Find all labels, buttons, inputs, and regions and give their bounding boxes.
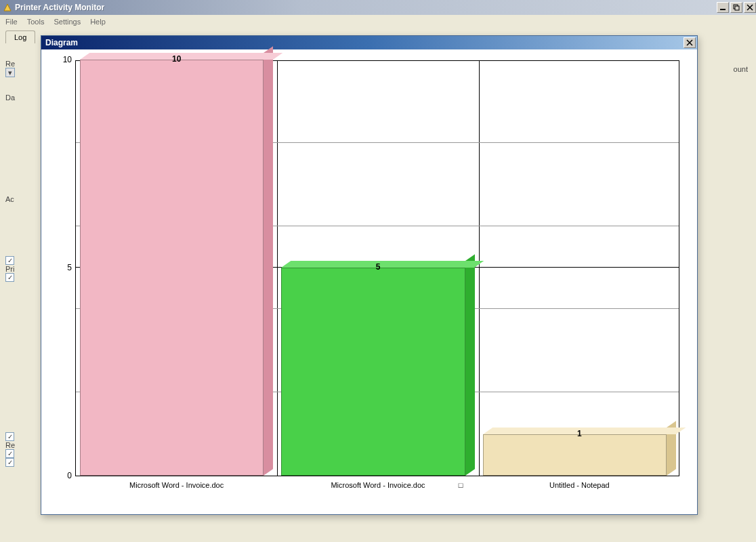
menubar: File Tools Settings Help (0, 15, 756, 28)
app-title: Printer Activity Monitor (15, 3, 104, 12)
app-titlebar: Printer Activity Monitor (0, 0, 756, 15)
maximize-button[interactable] (730, 2, 742, 13)
bg-label-right: ount (734, 65, 748, 73)
chart-bar: 5 (281, 261, 474, 476)
x-category-label: Microsoft Word - Invoice.doc (277, 476, 478, 489)
menu-file[interactable]: File (5, 18, 18, 26)
bg-label-re2: Re (5, 441, 15, 449)
chart-area: 051010Microsoft Word - Invoice.doc5Micro… (41, 49, 697, 514)
right-strip (738, 46, 751, 541)
bar-value-label: 1 (483, 429, 676, 438)
checkbox-2[interactable]: ✓ (5, 273, 14, 282)
bg-label-da: Da (5, 93, 15, 102)
chart-bar: 1 (483, 428, 676, 476)
svg-marker-0 (4, 4, 11, 11)
y-tick-label: 5 (49, 263, 76, 272)
diagram-titlebar: Diagram (41, 36, 697, 49)
bar-value-label: 5 (281, 262, 474, 272)
bg-label-ac: Ac (5, 195, 14, 203)
minimize-button[interactable] (717, 2, 729, 13)
bg-label-re: Re (5, 60, 15, 68)
x-category-extra: □ (459, 476, 463, 489)
bg-label-pri: Pri (5, 265, 14, 273)
tab-log[interactable]: Log (5, 30, 35, 43)
svg-rect-1 (720, 9, 726, 10)
checkbox-3[interactable]: ✓ (5, 432, 14, 441)
svg-rect-3 (735, 6, 739, 10)
menu-tools[interactable]: Tools (27, 18, 45, 26)
checkbox-4[interactable]: ✓ (5, 449, 14, 458)
close-button[interactable] (744, 2, 756, 13)
menu-settings[interactable]: Settings (54, 18, 81, 26)
menu-help[interactable]: Help (90, 18, 106, 26)
x-category-label: Microsoft Word - Invoice.doc (76, 476, 277, 489)
y-tick-label: 0 (49, 471, 76, 480)
diagram-title: Diagram (45, 38, 78, 47)
diagram-close-button[interactable] (684, 37, 696, 48)
chart-bar: 10 (80, 53, 273, 476)
diagram-window: Diagram 051010Microsoft Word - Invoice.d… (41, 35, 698, 515)
checkbox-5[interactable]: ✓ (5, 458, 14, 467)
app-icon (3, 3, 12, 12)
x-category-label: Untitled - Notepad (479, 476, 680, 489)
bar-value-label: 10 (80, 54, 273, 64)
chart-plot: 051010Microsoft Word - Invoice.doc5Micro… (75, 60, 679, 476)
checkbox-1[interactable]: ✓ (5, 256, 14, 265)
dropdown-toggle[interactable]: ▾ (5, 68, 15, 77)
y-tick-label: 10 (49, 55, 76, 64)
